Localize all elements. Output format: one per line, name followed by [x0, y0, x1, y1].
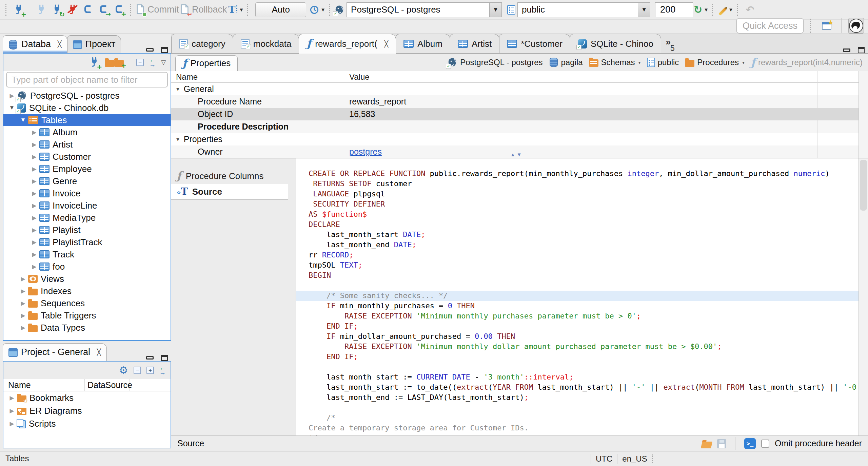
collapse-all-button[interactable]: −: [134, 367, 141, 374]
subtab-source[interactable]: ‹›TSource: [171, 184, 288, 200]
tab-database-navigator[interactable]: Databa ╳: [3, 35, 67, 53]
expander-icon[interactable]: ▶: [7, 420, 17, 427]
expander-icon[interactable]: ▶: [29, 190, 39, 197]
column-name[interactable]: Name: [3, 379, 85, 391]
toolbar-drag-handle[interactable]: [712, 4, 714, 16]
view-menu-button[interactable]: ▽: [161, 59, 166, 65]
expander-icon[interactable]: ▼: [175, 86, 180, 92]
save-to-file-button[interactable]: [717, 439, 726, 449]
new-folder-button[interactable]: +: [105, 58, 124, 67]
sash-arrows[interactable]: ▲▼: [510, 152, 523, 157]
toolbar-drag-handle[interactable]: [810, 19, 812, 33]
transaction-log-button[interactable]: ▼: [310, 2, 326, 18]
breadcrumb-item-schemas[interactable]: Schemas▾: [589, 58, 641, 67]
tree-item-playlisttrack[interactable]: ▶PlaylistTrack: [3, 236, 171, 248]
disconnect-button[interactable]: [65, 2, 80, 18]
settings-gear-button[interactable]: ⚙: [119, 365, 128, 375]
tree-item-sequences[interactable]: ▶Sequences: [3, 297, 171, 309]
omit-procedure-header-checkbox[interactable]: [761, 440, 769, 448]
tree-item-sqlite-chinook-db[interactable]: ▼✓SQLite - Chinook.db: [3, 102, 171, 114]
tree-item-track[interactable]: ▶Track: [3, 248, 171, 260]
commit-button[interactable]: Commit: [136, 2, 179, 18]
minimize-icon[interactable]: [843, 48, 850, 52]
code-scrollbar[interactable]: [859, 158, 868, 435]
connection-selector[interactable]: PostgreSQL - postgres▼: [347, 2, 502, 17]
property-row-procedure-description[interactable]: Procedure Description: [171, 120, 868, 133]
column-datasource[interactable]: DataSource: [85, 379, 130, 391]
breadcrumb-item-procedures[interactable]: Procedures▾: [685, 58, 745, 67]
breadcrumb-item-rewards-report-int4-numeric[interactable]: ƒrewards_report(int4,numeric): [751, 57, 863, 68]
fetch-size-input[interactable]: 200: [655, 2, 693, 17]
toolbar-drag-handle[interactable]: [329, 4, 331, 16]
editor-tab-sqlite-chinoo[interactable]: ✓SQLite - Chinoo: [570, 34, 661, 53]
grid-column-value[interactable]: Value: [344, 72, 370, 82]
tree-item-table-triggers[interactable]: ▶Table Triggers: [3, 309, 171, 322]
toolbar-drag-handle[interactable]: [130, 4, 132, 16]
close-icon[interactable]: ╳: [97, 349, 101, 355]
expander-icon[interactable]: ▶: [29, 239, 39, 246]
project-column-headers[interactable]: Name DataSource: [3, 379, 171, 391]
load-from-file-button[interactable]: [702, 439, 712, 448]
column-divider[interactable]: [344, 71, 344, 158]
tree-item-playlist[interactable]: ▶Playlist: [3, 224, 171, 236]
toolbar-drag-handle[interactable]: [737, 4, 739, 16]
close-icon[interactable]: ╳: [384, 41, 388, 47]
rollback-button[interactable]: ↩Rollback: [180, 2, 227, 18]
expander-icon[interactable]: ▶: [29, 153, 39, 160]
editor-tab-category[interactable]: ✓category: [171, 34, 233, 53]
tree-item-customer[interactable]: ▶Customer: [3, 151, 171, 163]
grid-column-name[interactable]: Name: [171, 72, 344, 82]
expander-icon[interactable]: ▶: [29, 263, 39, 270]
quick-access-input[interactable]: Quick Access: [736, 18, 804, 34]
grid-scrollbar[interactable]: [859, 71, 868, 158]
status-locale[interactable]: en_US: [622, 454, 647, 464]
auto-commit-mode-button[interactable]: Auto: [255, 2, 306, 17]
expander-icon[interactable]: ▶: [18, 300, 28, 307]
project-item-er-diagrams[interactable]: ▶ER Diagrams: [3, 404, 171, 417]
expander-icon[interactable]: ▶: [18, 275, 28, 283]
expand-all-button[interactable]: +: [146, 367, 154, 374]
property-row-procedure-name[interactable]: Procedure Namerewards_report: [171, 95, 868, 108]
expander-icon[interactable]: ▶: [29, 227, 39, 234]
expander-icon[interactable]: ▶: [29, 141, 39, 148]
tab-properties[interactable]: ƒ Properties: [175, 55, 238, 71]
new-connection-button[interactable]: +: [12, 2, 26, 18]
link-with-editor-button[interactable]: ←→: [149, 58, 156, 67]
editor-tab-mockdata[interactable]: ✓mockdata: [233, 34, 299, 53]
owner-link[interactable]: postgres: [349, 147, 382, 156]
toolbar-drag-handle[interactable]: [5, 4, 7, 16]
toolbar-drag-handle[interactable]: [247, 4, 249, 16]
expander-icon[interactable]: ▶: [7, 394, 17, 402]
tree-item-tables[interactable]: ▼Tables: [3, 114, 171, 126]
expander-icon[interactable]: ▶: [29, 202, 39, 209]
property-row-properties[interactable]: ▼Properties: [171, 133, 868, 145]
expander-icon[interactable]: ▶: [29, 214, 39, 221]
link-with-editor-button[interactable]: ←→: [159, 366, 166, 375]
expander-icon[interactable]: ▶: [29, 129, 39, 136]
object-filter-input[interactable]: [6, 72, 168, 88]
tree-item-invoice[interactable]: ▶Invoice: [3, 187, 171, 199]
maximize-icon[interactable]: [161, 47, 168, 53]
collapse-all-button[interactable]: −: [136, 59, 144, 66]
sql-editor-button[interactable]: [81, 2, 95, 18]
project-item-scripts[interactable]: ▶Scripts: [3, 417, 171, 430]
open-in-sql-console-button[interactable]: >_: [744, 438, 756, 449]
minimize-icon[interactable]: [146, 356, 154, 360]
chevron-down-icon[interactable]: ▾: [638, 60, 641, 65]
property-row-object-id[interactable]: Object ID16,583: [171, 108, 868, 120]
tree-item-indexes[interactable]: ▶Indexes: [3, 285, 171, 297]
editor-tab-customer[interactable]: *Customer: [499, 34, 570, 53]
tree-item-employee[interactable]: ▶Employee: [3, 163, 171, 175]
reconnect-button[interactable]: ↻: [50, 2, 64, 18]
tree-item-invoiceline[interactable]: ▶InvoiceLine: [3, 199, 171, 212]
tab-project-general[interactable]: Project - General ╳: [3, 343, 107, 361]
expander-icon[interactable]: ▼: [175, 136, 180, 142]
breadcrumb-item-postgresql-postgres[interactable]: ✓PostgreSQL - postgres: [447, 57, 542, 67]
expander-icon[interactable]: ▶: [18, 324, 28, 331]
expander-icon[interactable]: ▶: [29, 178, 39, 185]
schema-selector[interactable]: public▼: [517, 2, 650, 17]
transaction-mode-button[interactable]: T▼: [229, 2, 244, 18]
expander-icon[interactable]: ▶: [18, 312, 28, 319]
tree-item-data-types[interactable]: ▶Data Types: [3, 322, 171, 334]
status-timezone[interactable]: UTC: [596, 454, 612, 464]
